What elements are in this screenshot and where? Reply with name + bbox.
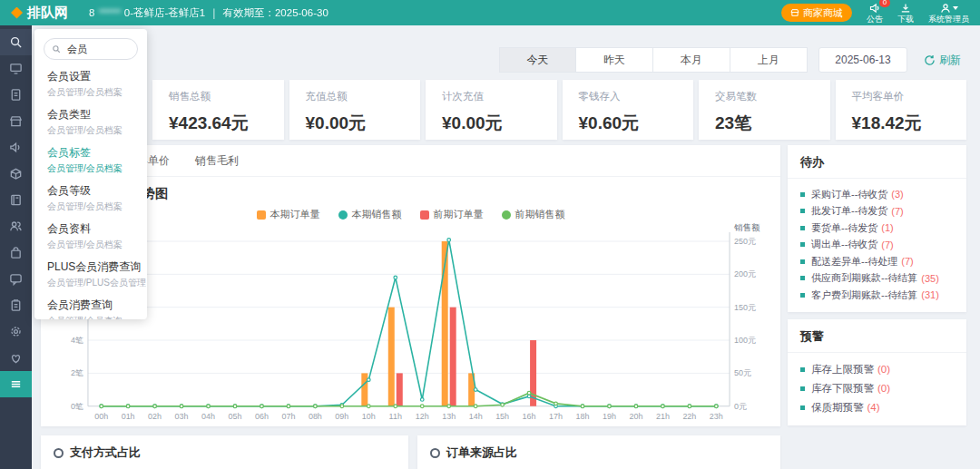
bullet-icon <box>800 405 805 410</box>
menu-item-member-settings[interactable]: 会员设置 会员管理/会员档案 <box>34 69 147 99</box>
svg-text:18h: 18h <box>576 412 590 421</box>
stat-card-avg-ticket: 平均客单价 ¥18.42元 <box>836 80 967 140</box>
app-root: 排队网 8 ******* 0-苍鲜店-苍鲜店1 ｜ 有效期至：2025-06-… <box>0 0 980 469</box>
sidebar-item-messages[interactable] <box>0 266 32 292</box>
sidebar-item-menu-active[interactable] <box>0 371 32 397</box>
legend-label: 本期销售额 <box>352 208 402 221</box>
warning-panel: 预警 库存上限预警(0) 库存下限预警(0) 保质期预警(4) <box>788 319 966 425</box>
menu-item-member-type[interactable]: 会员类型 会员管理/会员档案 <box>34 107 147 137</box>
store-prefix: 8 <box>89 7 94 18</box>
range-today-button[interactable]: 今天 <box>499 47 576 73</box>
bullet-icon <box>800 242 805 247</box>
todo-panel: 待办 采购订单--待收货(3) 批发订单--待发货(7) 要货单--待发货(1)… <box>788 145 966 312</box>
bag-icon <box>9 246 23 259</box>
chevron-down-icon <box>953 6 958 10</box>
menu-search-input[interactable] <box>65 43 136 55</box>
bullet-icon <box>800 367 805 372</box>
date-filter-row: 今天 昨天 本月 上月 2025-06-13 刷新 <box>499 47 966 73</box>
todo-item-purchase-orders[interactable]: 采购订单--待收货(3) <box>800 186 954 203</box>
svg-text:19h: 19h <box>603 412 616 421</box>
store-masked: ******* <box>98 7 120 18</box>
sidebar-item-care[interactable] <box>0 345 32 371</box>
menu-item-member-level[interactable]: 会员等级 会员管理/会员档案 <box>34 183 147 213</box>
validity-text: 有效期至：2025-06-30 <box>222 6 328 20</box>
range-last-month-button[interactable]: 上月 <box>730 47 808 73</box>
search-dropdown: 会员设置 会员管理/会员档案 会员类型 会员管理/会员档案 会员标签 会员管理/… <box>34 29 147 319</box>
menu-item-plus-member-query[interactable]: PLUS会员消费查询 会员管理/PLUS会员管理 <box>34 259 147 289</box>
stat-card-count-recharge: 计次充值 ¥0.00元 <box>426 80 557 140</box>
todo-item-customer-due[interactable]: 客户费到期账款--待结算(31) <box>800 287 954 304</box>
admin-menu[interactable]: 系统管理员 <box>928 3 969 24</box>
sidebar-item-tasks[interactable] <box>0 292 32 318</box>
search-icon <box>52 44 61 54</box>
stat-card-recharge-total: 充值总额 ¥0.00元 <box>289 80 421 140</box>
svg-text:11h: 11h <box>389 412 402 421</box>
todo-item-transfer-out[interactable]: 调出单--待收货(7) <box>800 237 954 254</box>
refresh-button[interactable]: 刷新 <box>918 52 966 69</box>
legend-item-current-orders[interactable]: 本期订单量 <box>257 208 320 221</box>
menu-item-member-consume-query[interactable]: 会员消费查询 会员管理/会员查询 <box>34 298 147 319</box>
stat-value: ¥0.00元 <box>442 112 541 135</box>
warning-item-stock-upper[interactable]: 库存上限预警(0) <box>800 360 954 379</box>
warning-count: (0) <box>877 364 890 375</box>
download-label: 下载 <box>897 15 914 24</box>
legend-item-current-sales[interactable]: 本期销售额 <box>338 208 402 221</box>
sidebar <box>0 25 32 469</box>
legend-item-previous-sales[interactable]: 前期销售额 <box>502 208 565 221</box>
svg-text:22h: 22h <box>682 412 696 421</box>
menu-item-member-tags[interactable]: 会员标签 会员管理/会员档案 <box>34 145 147 175</box>
sidebar-item-inventory[interactable] <box>0 161 32 187</box>
legend-swatch <box>257 210 266 220</box>
sidebar-item-search[interactable] <box>0 29 32 55</box>
todo-item-requisition-orders[interactable]: 要货单--待发货(1) <box>800 220 954 237</box>
range-yesterday-button[interactable]: 昨天 <box>576 47 653 73</box>
menu-icon <box>9 377 23 391</box>
bullet-icon <box>800 386 805 391</box>
svg-text:20h: 20h <box>629 412 642 421</box>
legend-swatch <box>502 210 511 220</box>
chart-legend: 本期订单量 本期销售额 前期订单量 前期销售额 <box>41 208 780 221</box>
todo-item-delivery-diff[interactable]: 配送差异单--待处理(7) <box>800 253 954 270</box>
svg-text:12h: 12h <box>416 412 429 421</box>
sidebar-item-members[interactable] <box>0 213 32 239</box>
menu-item-member-profile[interactable]: 会员资料 会员管理/会员档案 <box>34 221 147 251</box>
warning-item-shelf-life[interactable]: 保质期预警(4) <box>800 398 954 417</box>
legend-item-previous-orders[interactable]: 前期订单量 <box>420 208 484 221</box>
svg-text:2笔: 2笔 <box>71 368 83 377</box>
stat-value: 23笔 <box>715 112 814 135</box>
svg-text:00h: 00h <box>94 412 108 421</box>
notice-button[interactable]: 0 公告 <box>867 3 883 24</box>
sidebar-item-settings[interactable] <box>0 318 32 345</box>
logo-icon <box>11 7 23 19</box>
todo-item-wholesale-orders[interactable]: 批发订单--待发货(7) <box>800 203 954 220</box>
topbar: 排队网 8 ******* 0-苍鲜店-苍鲜店1 ｜ 有效期至：2025-06-… <box>0 0 980 25</box>
admin-label: 系统管理员 <box>928 15 969 24</box>
users-icon <box>9 220 23 233</box>
date-picker[interactable]: 2025-06-13 <box>818 47 907 73</box>
sidebar-item-marketing[interactable] <box>0 134 32 161</box>
stat-label: 零钱存入 <box>579 90 678 103</box>
sidebar-item-dashboard[interactable] <box>0 55 32 82</box>
download-button[interactable]: 下载 <box>897 3 914 24</box>
stat-label: 充值总额 <box>306 90 405 103</box>
notice-label: 公告 <box>867 15 883 24</box>
warning-count: (4) <box>867 402 880 413</box>
order-source-panel: 订单来源占比 收银机 ¥423.64 <box>417 435 780 469</box>
sidebar-item-store[interactable] <box>0 108 32 134</box>
range-this-month-button[interactable]: 本月 <box>653 47 730 73</box>
stat-card-transaction-count: 交易笔数 23笔 <box>699 80 830 140</box>
clipboard-icon <box>9 298 23 312</box>
sidebar-item-documents[interactable] <box>0 82 32 108</box>
svg-text:04h: 04h <box>201 412 215 421</box>
right-column: 待办 采购订单--待收货(3) 批发订单--待发货(7) 要货单--待发货(1)… <box>788 145 966 433</box>
sidebar-item-purchase[interactable] <box>0 239 32 266</box>
stats-cards: 销售总额 ¥423.64元 充值总额 ¥0.00元 计次充值 ¥0.00元 零钱… <box>152 80 966 140</box>
merchant-mall-button[interactable]: 商家商城 <box>781 4 852 22</box>
stat-value: ¥0.00元 <box>306 112 405 135</box>
tab-gross-profit[interactable]: 销售毛利 <box>195 153 239 169</box>
store-icon <box>9 114 23 128</box>
warning-item-stock-lower[interactable]: 库存下限预警(0) <box>800 379 954 398</box>
sidebar-item-reports[interactable] <box>0 187 32 213</box>
svg-text:14h: 14h <box>469 412 483 421</box>
todo-item-supplier-due[interactable]: 供应商到期账款--待结算(35) <box>800 270 954 288</box>
